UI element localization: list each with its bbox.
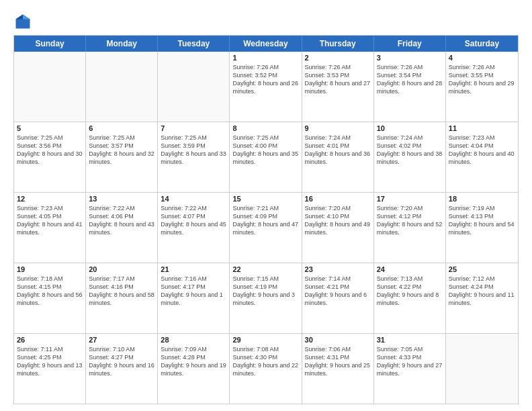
weekday-header: Monday	[86, 36, 158, 52]
calendar-body: 1Sunrise: 7:26 AM Sunset: 3:52 PM Daylig…	[14, 52, 518, 404]
day-number: 8	[232, 124, 298, 132]
weekday-header: Thursday	[302, 36, 374, 52]
cell-info: Sunrise: 7:05 AM Sunset: 4:33 PM Dayligh…	[377, 345, 443, 378]
cell-info: Sunrise: 7:25 AM Sunset: 3:57 PM Dayligh…	[89, 134, 154, 167]
cell-info: Sunrise: 7:18 AM Sunset: 4:15 PM Dayligh…	[17, 275, 83, 308]
calendar-cell: 10Sunrise: 7:24 AM Sunset: 4:02 PM Dayli…	[374, 122, 446, 192]
calendar-cell: 21Sunrise: 7:16 AM Sunset: 4:17 PM Dayli…	[158, 263, 230, 333]
logo-icon	[13, 12, 32, 31]
day-number: 9	[305, 124, 371, 132]
cell-info: Sunrise: 7:09 AM Sunset: 4:28 PM Dayligh…	[161, 345, 226, 378]
calendar-row: 26Sunrise: 7:11 AM Sunset: 4:25 PM Dayli…	[14, 333, 518, 404]
cell-info: Sunrise: 7:25 AM Sunset: 4:00 PM Dayligh…	[232, 134, 298, 167]
calendar-cell: 28Sunrise: 7:09 AM Sunset: 4:28 PM Dayli…	[158, 334, 230, 404]
weekday-header: Tuesday	[158, 36, 230, 52]
calendar-cell: 29Sunrise: 7:08 AM Sunset: 4:30 PM Dayli…	[230, 334, 302, 404]
cell-info: Sunrise: 7:21 AM Sunset: 4:09 PM Dayligh…	[232, 204, 298, 237]
calendar-cell: 6Sunrise: 7:25 AM Sunset: 3:57 PM Daylig…	[86, 122, 158, 192]
weekday-header: Wednesday	[230, 36, 302, 52]
calendar-cell	[158, 52, 230, 122]
calendar-cell	[86, 52, 158, 122]
cell-info: Sunrise: 7:26 AM Sunset: 3:55 PM Dayligh…	[449, 63, 515, 96]
cell-info: Sunrise: 7:20 AM Sunset: 4:10 PM Dayligh…	[305, 204, 371, 237]
calendar-cell: 20Sunrise: 7:17 AM Sunset: 4:16 PM Dayli…	[86, 263, 158, 333]
day-number: 25	[449, 265, 515, 273]
svg-marker-2	[16, 15, 24, 19]
cell-info: Sunrise: 7:06 AM Sunset: 4:31 PM Dayligh…	[305, 345, 371, 378]
day-number: 21	[161, 265, 226, 273]
calendar-cell	[14, 52, 86, 122]
weekday-header: Saturday	[446, 36, 518, 52]
calendar-cell: 23Sunrise: 7:14 AM Sunset: 4:21 PM Dayli…	[302, 263, 374, 333]
day-number: 28	[161, 336, 226, 344]
day-number: 1	[232, 54, 298, 62]
cell-info: Sunrise: 7:23 AM Sunset: 4:04 PM Dayligh…	[449, 134, 515, 167]
cell-info: Sunrise: 7:23 AM Sunset: 4:05 PM Dayligh…	[17, 204, 83, 237]
cell-info: Sunrise: 7:26 AM Sunset: 3:53 PM Dayligh…	[305, 63, 371, 96]
cell-info: Sunrise: 7:11 AM Sunset: 4:25 PM Dayligh…	[17, 345, 83, 378]
calendar-cell: 12Sunrise: 7:23 AM Sunset: 4:05 PM Dayli…	[14, 193, 86, 263]
cell-info: Sunrise: 7:26 AM Sunset: 3:54 PM Dayligh…	[377, 63, 443, 96]
calendar-cell: 16Sunrise: 7:20 AM Sunset: 4:10 PM Dayli…	[302, 193, 374, 263]
cell-info: Sunrise: 7:14 AM Sunset: 4:21 PM Dayligh…	[305, 275, 371, 308]
calendar-cell: 27Sunrise: 7:10 AM Sunset: 4:27 PM Dayli…	[86, 334, 158, 404]
logo	[13, 12, 35, 31]
calendar-cell: 4Sunrise: 7:26 AM Sunset: 3:55 PM Daylig…	[446, 52, 518, 122]
day-number: 30	[305, 336, 371, 344]
page: SundayMondayTuesdayWednesdayThursdayFrid…	[0, 0, 532, 411]
calendar-row: 12Sunrise: 7:23 AM Sunset: 4:05 PM Dayli…	[14, 192, 518, 263]
calendar-cell: 25Sunrise: 7:12 AM Sunset: 4:24 PM Dayli…	[446, 263, 518, 333]
cell-info: Sunrise: 7:22 AM Sunset: 4:07 PM Dayligh…	[161, 204, 226, 237]
calendar-cell: 1Sunrise: 7:26 AM Sunset: 3:52 PM Daylig…	[230, 52, 302, 122]
day-number: 20	[89, 265, 154, 273]
day-number: 24	[377, 265, 443, 273]
cell-info: Sunrise: 7:26 AM Sunset: 3:52 PM Dayligh…	[232, 63, 298, 96]
calendar-cell: 30Sunrise: 7:06 AM Sunset: 4:31 PM Dayli…	[302, 334, 374, 404]
day-number: 6	[89, 124, 154, 132]
calendar-header: SundayMondayTuesdayWednesdayThursdayFrid…	[14, 36, 518, 52]
calendar-cell: 14Sunrise: 7:22 AM Sunset: 4:07 PM Dayli…	[158, 193, 230, 263]
calendar-cell: 18Sunrise: 7:19 AM Sunset: 4:13 PM Dayli…	[446, 193, 518, 263]
day-number: 2	[305, 54, 371, 62]
calendar-cell: 3Sunrise: 7:26 AM Sunset: 3:54 PM Daylig…	[374, 52, 446, 122]
cell-info: Sunrise: 7:10 AM Sunset: 4:27 PM Dayligh…	[89, 345, 154, 378]
cell-info: Sunrise: 7:15 AM Sunset: 4:19 PM Dayligh…	[232, 275, 298, 308]
day-number: 17	[377, 195, 443, 203]
cell-info: Sunrise: 7:08 AM Sunset: 4:30 PM Dayligh…	[232, 345, 298, 378]
calendar: SundayMondayTuesdayWednesdayThursdayFrid…	[13, 35, 519, 404]
day-number: 16	[305, 195, 371, 203]
cell-info: Sunrise: 7:16 AM Sunset: 4:17 PM Dayligh…	[161, 275, 226, 308]
cell-info: Sunrise: 7:13 AM Sunset: 4:22 PM Dayligh…	[377, 275, 443, 308]
calendar-cell: 19Sunrise: 7:18 AM Sunset: 4:15 PM Dayli…	[14, 263, 86, 333]
calendar-cell	[446, 334, 518, 404]
cell-info: Sunrise: 7:25 AM Sunset: 3:59 PM Dayligh…	[161, 134, 226, 167]
day-number: 29	[232, 336, 298, 344]
day-number: 26	[17, 336, 83, 344]
header	[13, 12, 519, 31]
day-number: 14	[161, 195, 226, 203]
day-number: 18	[449, 195, 515, 203]
day-number: 5	[17, 124, 83, 132]
calendar-cell: 9Sunrise: 7:24 AM Sunset: 4:01 PM Daylig…	[302, 122, 374, 192]
calendar-cell: 2Sunrise: 7:26 AM Sunset: 3:53 PM Daylig…	[302, 52, 374, 122]
calendar-cell: 7Sunrise: 7:25 AM Sunset: 3:59 PM Daylig…	[158, 122, 230, 192]
calendar-cell: 31Sunrise: 7:05 AM Sunset: 4:33 PM Dayli…	[374, 334, 446, 404]
calendar-cell: 22Sunrise: 7:15 AM Sunset: 4:19 PM Dayli…	[230, 263, 302, 333]
calendar-cell: 15Sunrise: 7:21 AM Sunset: 4:09 PM Dayli…	[230, 193, 302, 263]
day-number: 15	[232, 195, 298, 203]
calendar-cell: 17Sunrise: 7:20 AM Sunset: 4:12 PM Dayli…	[374, 193, 446, 263]
cell-info: Sunrise: 7:24 AM Sunset: 4:01 PM Dayligh…	[305, 134, 371, 167]
cell-info: Sunrise: 7:20 AM Sunset: 4:12 PM Dayligh…	[377, 204, 443, 237]
calendar-cell: 24Sunrise: 7:13 AM Sunset: 4:22 PM Dayli…	[374, 263, 446, 333]
calendar-cell: 26Sunrise: 7:11 AM Sunset: 4:25 PM Dayli…	[14, 334, 86, 404]
day-number: 4	[449, 54, 515, 62]
cell-info: Sunrise: 7:19 AM Sunset: 4:13 PM Dayligh…	[449, 204, 515, 237]
cell-info: Sunrise: 7:12 AM Sunset: 4:24 PM Dayligh…	[449, 275, 515, 308]
cell-info: Sunrise: 7:22 AM Sunset: 4:06 PM Dayligh…	[89, 204, 154, 237]
svg-marker-1	[23, 15, 30, 19]
day-number: 31	[377, 336, 443, 344]
weekday-header: Sunday	[14, 36, 86, 52]
calendar-row: 19Sunrise: 7:18 AM Sunset: 4:15 PM Dayli…	[14, 263, 518, 333]
calendar-cell: 13Sunrise: 7:22 AM Sunset: 4:06 PM Dayli…	[86, 193, 158, 263]
calendar-row: 5Sunrise: 7:25 AM Sunset: 3:56 PM Daylig…	[14, 122, 518, 192]
